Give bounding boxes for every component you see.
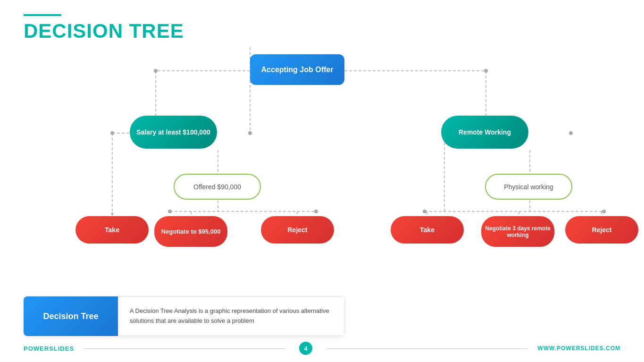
svg-marker-15 [111,213,114,216]
left-decision-node: Salary at least $100,000 [130,116,217,149]
take-left-label: Take [105,226,119,234]
bottom-line-left [84,348,285,349]
take-right-node: Take [391,216,464,244]
take-left-node: Take [75,216,149,244]
negotiate-left-node: Negotiate to $95,000 [154,216,227,247]
left-decision-label: Salary at least $100,000 [136,128,210,136]
brand-part1: POWER [24,345,49,352]
footer-info-box: Decision Tree A Decision Tree Analysis i… [24,296,344,336]
negotiate-right-label: Negotiate 3 days remote working [481,225,554,238]
decision-tree-diagram: Accepting Job Offer Salary at least $100… [24,47,620,250]
svg-point-29 [154,69,158,73]
title-part2: TREE [129,20,184,42]
right-physical-label: Physical working [504,183,553,191]
footer-description: A Decision Tree Analysis is a graphic re… [118,296,344,336]
brand-name: POWERSLIDES [24,345,74,352]
left-offer-label: Offered $90,000 [193,183,241,191]
bottom-line-right [326,348,528,349]
svg-point-38 [602,210,606,213]
brand-part2: SLIDES [49,345,74,352]
svg-point-30 [484,69,488,73]
page-title: DECISION TREE [24,20,620,42]
left-offer-node: Offered $90,000 [174,174,261,200]
right-physical-node: Physical working [485,174,572,200]
bottom-bar: POWERSLIDES 4 WWW.POWERSLIDES.COM [24,342,620,355]
footer-title: Decision Tree [24,296,118,336]
right-decision-node: Remote Working [441,116,528,149]
svg-point-37 [423,210,427,213]
negotiate-right-node: Negotiate 3 days remote working [481,216,554,247]
reject-left-node: Reject [261,216,334,244]
root-node-label: Accepting Job Offer [261,66,334,74]
svg-point-36 [314,210,318,213]
reject-right-node: Reject [565,216,638,244]
svg-point-32 [248,131,252,135]
right-decision-label: Remote Working [459,128,511,136]
page-number: 4 [299,342,312,355]
reject-right-label: Reject [592,226,611,234]
take-right-label: Take [420,226,435,234]
reject-left-label: Reject [287,226,307,234]
header-accent-line [24,14,61,16]
svg-point-31 [110,131,114,135]
website-url: WWW.POWERSLIDES.COM [537,345,620,352]
slide: DECISION TREE [0,0,644,362]
root-node: Accepting Job Offer [250,54,344,85]
svg-point-35 [168,210,172,213]
negotiate-left-label: Negotiate to $95,000 [161,228,221,235]
title-part1: DECISION [24,20,129,42]
svg-point-34 [569,131,573,135]
